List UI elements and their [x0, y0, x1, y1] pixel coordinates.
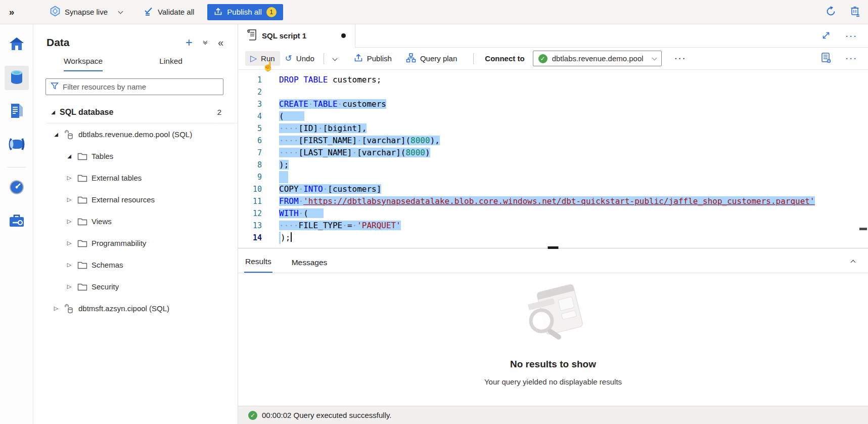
chevron-down-icon	[332, 56, 337, 61]
tree-item-views[interactable]: Views	[33, 210, 238, 232]
tree-section-sql-database[interactable]: SQL database 2	[33, 101, 238, 123]
collapsed-arrow-icon[interactable]	[66, 262, 73, 268]
tree-item-security[interactable]: Security	[33, 276, 238, 298]
tree-item-external-tables[interactable]: External tables	[33, 167, 238, 189]
editor-toolbar: ▷ Run ☝ ↺ Undo Publish Q	[238, 48, 868, 70]
tree-item-tables[interactable]: Tables	[33, 145, 238, 167]
tree-item-programmability[interactable]: Programmability	[33, 232, 238, 254]
chevron-down-icon	[652, 55, 657, 60]
tab-sql-script-1[interactable]: SQL script 1	[238, 24, 355, 48]
tree-item-schemas[interactable]: Schemas	[33, 254, 238, 276]
expand-arrow-icon[interactable]	[66, 153, 73, 159]
tab-more-icon[interactable]: ···	[846, 32, 858, 40]
code-line[interactable]: 14);	[238, 232, 868, 244]
top-bar: » Synapse live Validate all Publish all …	[0, 0, 868, 24]
add-plus-icon[interactable]: +	[186, 36, 193, 49]
filter-input[interactable]	[63, 82, 218, 91]
publish-upload-icon	[354, 53, 363, 64]
double-chevron-down-icon[interactable]	[204, 41, 207, 44]
nav-data[interactable]	[5, 66, 29, 90]
tree-item-pool-dbtlabs[interactable]: dbtlabs.revenue.demo.pool (SQL)	[33, 123, 238, 145]
undo-dropdown-button[interactable]	[328, 54, 342, 63]
query-plan-button[interactable]: Query plan	[401, 50, 462, 67]
publish-all-button[interactable]: Publish all 1	[207, 4, 283, 20]
code-line[interactable]: 13····FILE_TYPE·=·'PARQUET'	[238, 220, 868, 232]
empty-results-subtitle: Your query yielded no displayable result…	[484, 377, 622, 386]
synapse-logo-icon	[50, 6, 61, 18]
publish-count-badge: 1	[266, 7, 277, 17]
nav-develop[interactable]	[5, 99, 29, 123]
publish-all-label: Publish all	[227, 8, 261, 16]
code-line[interactable]: 8);	[238, 159, 868, 171]
collapsed-arrow-icon[interactable]	[66, 240, 73, 246]
data-icon	[9, 69, 24, 87]
expand-arrow-icon[interactable]	[50, 109, 57, 115]
discard-trash-icon[interactable]	[850, 6, 861, 19]
code-line[interactable]: 12WITH·(	[238, 207, 868, 220]
collapsed-arrow-icon[interactable]	[66, 218, 73, 225]
toolbar-more-icon[interactable]: ···	[675, 54, 687, 63]
code-editor[interactable]: 1DROP TABLE customers;23CREATE·TABLE·cus…	[238, 70, 868, 248]
collapsed-arrow-icon[interactable]	[66, 283, 73, 290]
success-check-icon: ✓	[248, 411, 257, 420]
filter-box	[45, 78, 223, 95]
publish-button[interactable]: Publish	[349, 50, 397, 67]
code-line[interactable]: 6····[FIRST_NAME]·[varchar](8000),	[238, 135, 868, 147]
filter-funnel-icon	[51, 82, 59, 92]
editor-more-icon[interactable]: ···	[846, 54, 858, 63]
tree-item-pool-dbtmsft[interactable]: dbtmsft.azsyn.cipool (SQL)	[33, 298, 238, 319]
expand-editor-icon[interactable]	[821, 31, 831, 41]
run-button[interactable]: ▷ Run	[245, 51, 280, 66]
expand-arrow-icon[interactable]	[53, 132, 60, 137]
code-line[interactable]: 5····[ID]·[bigint],	[238, 122, 868, 135]
code-line[interactable]: 9	[238, 171, 868, 183]
properties-icon[interactable]	[820, 52, 832, 65]
tree-item-external-resources[interactable]: External resources	[33, 189, 238, 210]
tab-workspace[interactable]: Workspace	[64, 57, 103, 71]
run-play-icon: ▷	[250, 54, 257, 63]
collapse-results-icon[interactable]	[851, 257, 855, 266]
status-bar: ✓ 00:00:02 Query executed successfully.	[238, 406, 868, 424]
section-count: 2	[217, 108, 221, 116]
empty-results-title: No results to show	[510, 359, 596, 370]
tab-linked[interactable]: Linked	[159, 57, 182, 71]
folder-icon	[77, 174, 87, 182]
sql-pool-icon	[64, 130, 74, 140]
pool-selector[interactable]: ✓ dbtlabs.revenue.demo.pool	[533, 51, 662, 66]
folder-icon	[77, 261, 87, 269]
tab-results[interactable]: Results	[244, 257, 272, 273]
code-line[interactable]: 10COPY·INTO·[customers]	[238, 183, 868, 195]
code-line[interactable]: 2	[238, 86, 868, 98]
nav-monitor[interactable]	[5, 176, 29, 200]
toolbar-separator	[324, 53, 324, 64]
collapsed-arrow-icon[interactable]	[66, 196, 73, 203]
folder-icon	[77, 283, 87, 291]
nav-integrate[interactable]	[5, 133, 29, 157]
collapse-panel-icon[interactable]: «	[218, 37, 223, 48]
code-line[interactable]: 11FROM·'https://dbtlabsynapsedatalake.bl…	[238, 195, 868, 207]
panel-title: Data	[47, 36, 186, 49]
collapsed-arrow-icon[interactable]	[66, 175, 73, 181]
nav-manage[interactable]	[5, 209, 29, 233]
editor-tab-bar: SQL script 1 ···	[238, 24, 868, 48]
code-line[interactable]: 4(	[238, 110, 868, 122]
mode-selector[interactable]: Synapse live	[50, 6, 122, 18]
folder-icon	[77, 239, 87, 247]
validate-all-label: Validate all	[158, 8, 194, 16]
editor-panel: SQL script 1 ··· ▷ Run ☝ ↺ Undo	[238, 24, 868, 424]
scrollbar-thumb[interactable]	[859, 228, 867, 230]
chevron-down-icon[interactable]	[118, 9, 123, 14]
nav-home[interactable]	[5, 32, 29, 57]
code-line[interactable]: 7····[LAST_NAME]·[varchar](8000)	[238, 147, 868, 159]
publish-upload-icon	[214, 7, 222, 17]
monitor-icon	[9, 179, 25, 197]
undo-button[interactable]: ↺ Undo	[280, 51, 319, 66]
expand-menu-button[interactable]: »	[0, 7, 23, 18]
code-line[interactable]: 1DROP TABLE customers;	[238, 74, 868, 86]
validate-all-button[interactable]: Validate all	[144, 7, 194, 17]
tab-messages[interactable]: Messages	[291, 258, 329, 273]
folder-icon	[77, 196, 87, 204]
collapsed-arrow-icon[interactable]	[53, 305, 60, 312]
refresh-icon[interactable]	[825, 6, 837, 19]
code-line[interactable]: 3CREATE·TABLE·customers	[238, 98, 868, 110]
